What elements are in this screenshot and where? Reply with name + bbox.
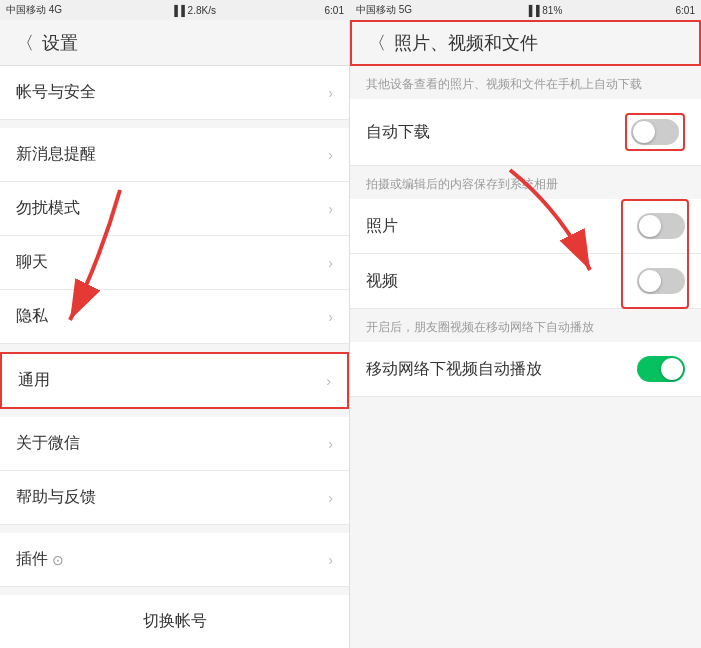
settings-item-about-arrow: › [328,436,333,452]
settings-item-chat-arrow: › [328,255,333,271]
main-container: 〈 设置 帐号与安全 › 新消息提醒 › 勿扰模式 [0,20,701,648]
settings-item-chat-label: 聊天 [16,252,48,273]
settings-item-plugins-text: 插件 ⊙ [16,549,64,570]
plugin-icon: ⊙ [52,552,64,568]
settings-item-account-arrow: › [328,85,333,101]
section2-desc-text: 拍摄或编辑后的内容保存到系统相册 [366,177,558,191]
photos-toggle[interactable] [637,213,685,239]
settings-item-notifications-label: 新消息提醒 [16,144,96,165]
mobile-autoplay-toggle[interactable] [637,356,685,382]
right-back-arrow-icon[interactable]: 〈 [368,31,386,55]
auto-download-item: 自动下载 [350,99,701,166]
videos-label: 视频 [366,271,398,292]
switch-account-button[interactable]: 切换帐号 [0,595,349,648]
settings-item-privacy-label: 隐私 [16,306,48,327]
settings-item-about[interactable]: 关于微信 › [0,417,349,471]
photos-toggle-knob [639,215,661,237]
photos-item: 照片 [350,199,701,254]
separator-4 [0,525,349,533]
status-bar-row: 中国移动 4G ▐▐ 2.8K/s 6:01 中国移动 5G ▐▐ 81% 6:… [0,0,701,20]
settings-item-plugins-label: 插件 [16,549,48,570]
auto-download-container: 自动下载 [350,99,701,166]
switch-account-label: 切换帐号 [143,611,207,632]
settings-item-about-label: 关于微信 [16,433,80,454]
section3-desc: 开启后，朋友圈视频在移动网络下自动播放 [350,309,701,342]
separator-1 [0,120,349,128]
settings-item-chat[interactable]: 聊天 › [0,236,349,290]
mobile-autoplay-label: 移动网络下视频自动播放 [366,359,542,380]
right-header-title: 照片、视频和文件 [394,31,538,55]
settings-item-general[interactable]: 通用 › [0,352,349,409]
settings-item-dnd[interactable]: 勿扰模式 › [0,182,349,236]
videos-toggle[interactable] [637,268,685,294]
photos-label: 照片 [366,216,398,237]
right-carrier: 中国移动 5G [356,3,412,17]
right-time: 6:01 [676,5,695,16]
left-header: 〈 设置 [0,20,349,66]
right-header: 〈 照片、视频和文件 [350,20,701,66]
right-content: 其他设备查看的照片、视频和文件在手机上自动下载 自动下载 [350,66,701,648]
section3-desc-text: 开启后，朋友圈视频在移动网络下自动播放 [366,320,594,334]
mobile-autoplay-toggle-knob [661,358,683,380]
settings-list: 帐号与安全 › 新消息提醒 › 勿扰模式 › 聊天 › [0,66,349,648]
settings-item-plugins[interactable]: 插件 ⊙ › [0,533,349,587]
settings-item-account[interactable]: 帐号与安全 › [0,66,349,120]
separator-5 [0,587,349,595]
settings-item-help[interactable]: 帮助与反馈 › [0,471,349,525]
right-panel: 〈 照片、视频和文件 其他设备查看的照片、视频和文件在手机上自动下载 自动下载 [350,20,701,648]
right-status-bar: 中国移动 5G ▐▐ 81% 6:01 [350,0,701,20]
toggle-box-1 [625,113,685,151]
settings-item-dnd-arrow: › [328,201,333,217]
settings-item-general-arrow: › [326,373,331,389]
videos-toggle-knob [639,270,661,292]
photos-videos-container: 照片 视频 [350,199,701,309]
left-header-title: 设置 [42,31,78,55]
videos-item: 视频 [350,254,701,309]
auto-download-label: 自动下载 [366,122,430,143]
settings-item-general-label: 通用 [18,370,50,391]
settings-item-help-label: 帮助与反馈 [16,487,96,508]
section1-desc: 其他设备查看的照片、视频和文件在手机上自动下载 [350,66,701,99]
separator-2 [0,344,349,352]
settings-item-account-label: 帐号与安全 [16,82,96,103]
left-time: 6:01 [325,5,344,16]
separator-3 [0,409,349,417]
settings-item-privacy[interactable]: 隐私 › [0,290,349,344]
mobile-autoplay-item: 移动网络下视频自动播放 [350,342,701,397]
back-arrow-icon[interactable]: 〈 [16,31,34,55]
settings-item-help-arrow: › [328,490,333,506]
left-carrier: 中国移动 4G [6,3,62,17]
settings-item-plugins-arrow: › [328,552,333,568]
left-signal-wifi: ▐▐ 2.8K/s [171,5,216,16]
left-status-bar: 中国移动 4G ▐▐ 2.8K/s 6:01 [0,0,350,20]
left-panel: 〈 设置 帐号与安全 › 新消息提醒 › 勿扰模式 [0,20,350,648]
settings-item-privacy-arrow: › [328,309,333,325]
auto-download-toggle-knob [633,121,655,143]
right-signal: ▐▐ 81% [525,5,562,16]
section2-desc: 拍摄或编辑后的内容保存到系统相册 [350,166,701,199]
settings-item-notifications[interactable]: 新消息提醒 › [0,128,349,182]
section1-desc-text: 其他设备查看的照片、视频和文件在手机上自动下载 [366,77,642,91]
settings-item-notifications-arrow: › [328,147,333,163]
auto-download-toggle[interactable] [631,119,679,145]
settings-item-dnd-label: 勿扰模式 [16,198,80,219]
